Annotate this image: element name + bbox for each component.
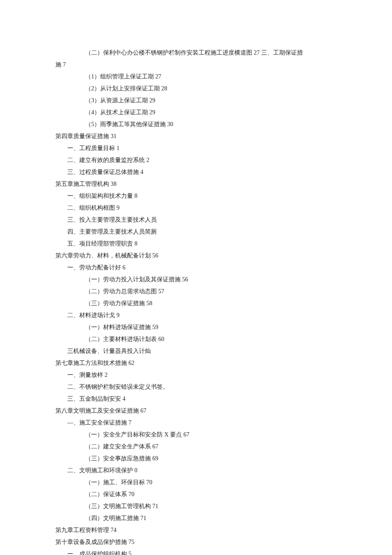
toc-line: 三、过程质量保证总体措施 4: [67, 166, 337, 178]
toc-line: （二）建立安全生产体系 67: [85, 441, 337, 453]
toc-line-text: （三）文明施工管理机构 71: [85, 503, 159, 509]
toc-line-text: 第六章劳动力、材料，机械配备计划 56: [55, 252, 159, 259]
toc-line-text: （二）保利中心办公楼不锈钢护栏制作安装工程施工进度横道图 27 三、工期保证措: [85, 49, 303, 56]
toc-line-text: 施 7: [55, 61, 66, 68]
toc-line: 五、项目经理部管理职责 8: [67, 238, 337, 250]
toc-line-text: 二、组织机构框图 9: [67, 205, 120, 211]
toc-line: （一）施工、环保目标 70: [85, 477, 337, 489]
toc-line: 一、成品保护组织机构 5: [67, 548, 337, 555]
toc-line-text: （二）建立安全生产体系 67: [85, 443, 159, 450]
toc-line: （一）劳动力投入计划及其保证措施 56: [85, 274, 337, 286]
toc-line-text: （一）材料进场保证措施 59: [85, 324, 159, 330]
toc-line-text: 二、建立有效的质量监控系统 2: [67, 157, 150, 163]
toc-line: （二）保利中心办公楼不锈钢护栏制作安装工程施工进度横道图 27 三、工期保证措: [85, 47, 337, 59]
toc-line-text: （5）雨季施工等其他保证措施 30: [85, 121, 173, 127]
toc-line-text: （4）从技术上保证工期 29: [85, 109, 156, 116]
toc-line: 第七章施工方法和技术措施 62: [55, 357, 337, 369]
toc-line: （三）劳动力保证措施 58: [85, 298, 337, 309]
toc-line: 三、五金制品制安安 4: [67, 393, 337, 405]
toc-line: （1）组织管理上保证工期 27: [85, 71, 337, 83]
toc-line: （四）文明施工措施 71: [85, 512, 337, 524]
toc-line: 一、组织架构和技术力量 8: [67, 190, 337, 202]
toc-line-text: 二、材料进场计戈 9: [67, 312, 120, 318]
toc-line-text: 四、主要管理及主要技术人员简厕: [67, 228, 157, 235]
toc-line-text: （一）安全生产目标和安全防 X 要点 67: [85, 431, 190, 438]
toc-line: 三机械设备、计量器具投入计灿: [67, 345, 337, 357]
toc-line-text: （一）施工、环保目标 70: [85, 479, 153, 486]
toc-line: 一、工程质量目标 1: [67, 142, 337, 154]
toc-line-text: 一、测量放样 2: [67, 372, 108, 378]
toc-line: （二）主要材料进场计划表 60: [85, 333, 337, 345]
toc-line-text: （二）劳动力总需求动态图 57: [85, 288, 164, 295]
toc-line-text: （三）安全事故应急措施 69: [85, 455, 159, 462]
toc-line: 一、测量放样 2: [67, 369, 337, 381]
toc-line: —、施工安全保证措施 7: [67, 417, 337, 429]
toc-line-text: 二、文明施工和环境保护 0: [67, 467, 138, 474]
toc-line: 第八章文明施工及安全保证措施 67: [55, 405, 337, 417]
toc-line-text: 三、过程质量保证总体措施 4: [67, 169, 144, 175]
toc-line: （2）从计划上安排保证工期 28: [85, 83, 337, 95]
toc-line: 第九章工程资料管理 74: [55, 524, 337, 536]
toc-line: 三、投入主要管理及主要技术人员: [67, 214, 337, 226]
toc-line: 第四章质量保证措施 31: [55, 130, 337, 142]
toc-line: （二）保证体系 70: [85, 489, 337, 500]
toc-line: 第五章施工管理机构 38: [55, 178, 337, 190]
toc-line: （三）文明施工管理机构 71: [85, 500, 337, 512]
toc-line: （5）雨季施工等其他保证措施 30: [85, 119, 337, 130]
toc-line: 第十章设备及成品保护措施 75: [55, 536, 337, 548]
toc-line-text: （3）从资源上保证工期 29: [85, 97, 156, 104]
toc-line: 一、劳动力配备计好 6: [67, 262, 337, 274]
toc-line-text: 五、项目经理部管理职责 8: [67, 240, 138, 247]
toc-line-text: 二、不锈钢护栏制安错误未定义书签。: [67, 384, 169, 390]
document-page: （二）保利中心办公楼不锈钢护栏制作安装工程施工进度横道图 27 三、工期保证措施…: [0, 0, 392, 555]
toc-line-text: 第七章施工方法和技术措施 62: [55, 360, 135, 366]
toc-line-text: 第四章质量保证措施 31: [55, 133, 117, 139]
toc-line-text: 第九章工程资料管理 74: [55, 527, 117, 533]
toc-line-text: （二）主要材料进场计划表 60: [85, 336, 164, 342]
toc-line: 施 7: [55, 59, 337, 71]
toc-line-text: 三、五金制品制安安 4: [67, 396, 126, 402]
toc-line-text: 一、劳动力配备计好 6: [67, 264, 126, 271]
toc-line-text: —、施工安全保证措施 7: [67, 419, 132, 426]
toc-line: 二、建立有效的质量监控系统 2: [67, 154, 337, 166]
toc-line-text: 三、投入主要管理及主要技术人员: [67, 217, 157, 223]
toc-line: （一）材料进场保证措施 59: [85, 321, 337, 333]
toc-line: 二、组织机构框图 9: [67, 202, 337, 214]
toc-line-text: （1）组织管理上保证工期 27: [85, 73, 161, 80]
toc-line-text: （四）文明施工措施 71: [85, 515, 147, 521]
toc-line: 二、不锈钢护栏制安错误未定义书签。: [67, 381, 337, 393]
toc-line-text: （二）保证体系 70: [85, 491, 135, 497]
toc-line-text: 一、工程质量目标 1: [67, 145, 120, 151]
toc-line: （3）从资源上保证工期 29: [85, 95, 337, 107]
toc-line: 二、文明施工和环境保护 0: [67, 465, 337, 477]
toc-line: 二、材料进场计戈 9: [67, 309, 337, 321]
toc-line: 四、主要管理及主要技术人员简厕: [67, 226, 337, 238]
toc-line-text: 三机械设备、计量器具投入计灿: [67, 348, 151, 354]
toc-line-text: 一、组织架构和技术力量 8: [67, 193, 138, 199]
toc-line: （二）劳动力总需求动态图 57: [85, 286, 337, 298]
toc-line-text: （2）从计划上安排保证工期 28: [85, 85, 167, 92]
toc-line: （4）从技术上保证工期 29: [85, 107, 337, 119]
toc-line-text: 第八章文明施工及安全保证措施 67: [55, 408, 147, 414]
toc-line-text: 第五章施工管理机构 38: [55, 181, 117, 187]
toc-line-text: 一、成品保护组织机构 5: [67, 551, 132, 555]
toc-line-text: （一）劳动力投入计划及其保证措施 56: [85, 276, 188, 283]
toc-line: 第六章劳动力、材料，机械配备计划 56: [55, 250, 337, 262]
toc-line: （三）安全事故应急措施 69: [85, 453, 337, 465]
toc-line-text: （三）劳动力保证措施 58: [85, 300, 153, 306]
table-of-contents: （二）保利中心办公楼不锈钢护栏制作安装工程施工进度横道图 27 三、工期保证措施…: [55, 47, 337, 555]
toc-line-text: 第十章设备及成品保护措施 75: [55, 539, 135, 545]
toc-line: （一）安全生产目标和安全防 X 要点 67: [85, 429, 337, 441]
